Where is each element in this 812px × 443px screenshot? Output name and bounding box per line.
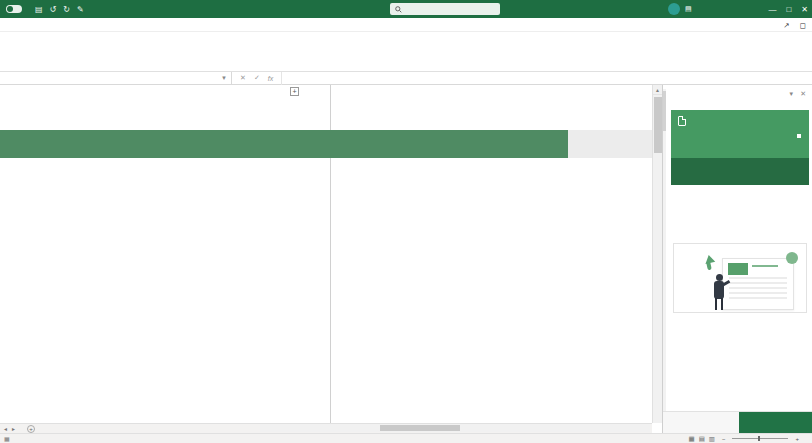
comments-button[interactable]: ◻ bbox=[800, 21, 806, 30]
ribbon-tab-row bbox=[0, 18, 812, 32]
horizontal-scroll-thumb[interactable] bbox=[380, 425, 460, 431]
comments-icon: ◻ bbox=[800, 21, 806, 30]
ribbon-tab-right: ↗ ◻ bbox=[783, 18, 806, 32]
worksheet[interactable]: + bbox=[0, 85, 652, 423]
panel-scrollbar[interactable] bbox=[663, 89, 666, 429]
zoom-slider-thumb[interactable] bbox=[758, 436, 760, 441]
accessibility-icon[interactable]: ▦ bbox=[4, 435, 10, 442]
outline-expand-button[interactable]: + bbox=[290, 87, 299, 96]
expense-grid bbox=[0, 176, 652, 423]
page-layout-view-icon[interactable]: ▤ bbox=[699, 435, 705, 443]
sheet-nav-arrows[interactable]: ◄► bbox=[0, 426, 22, 432]
new-sheet-button[interactable]: + bbox=[27, 425, 35, 433]
illustration-arrow-stem bbox=[706, 262, 712, 271]
panel-title-row: ▾ ✕ bbox=[672, 90, 806, 98]
illustration-circle bbox=[786, 252, 798, 264]
finish-input-button[interactable] bbox=[739, 412, 812, 433]
illustration-person-head bbox=[716, 274, 723, 281]
autosave-switch-icon bbox=[6, 5, 22, 13]
document-icon bbox=[678, 116, 686, 126]
illustration-person-legs bbox=[715, 298, 723, 310]
quick-access-toolbar: ▤ ↺ ↻ ✎ bbox=[35, 5, 84, 14]
window-controls: — □ ✕ bbox=[768, 0, 808, 18]
panel-toolbar bbox=[671, 158, 809, 185]
formula-buttons: ✕ ✓ fx bbox=[232, 72, 282, 85]
confirm-entry-icon[interactable]: ✓ bbox=[254, 74, 260, 82]
status-bar: ▦ ▦ ▤ ▥ − + bbox=[0, 433, 812, 443]
excel-window: ▤ ↺ ↻ ✎ ▤ — □ ✕ ↗ ◻ ▼ bbox=[0, 0, 812, 443]
page-break-view-icon[interactable]: ▥ bbox=[709, 435, 715, 443]
share-button[interactable]: ↗ bbox=[783, 21, 789, 30]
share-icon: ↗ bbox=[783, 21, 789, 30]
formula-bar: ▼ ✕ ✓ fx bbox=[0, 72, 812, 85]
panel-title-icons: ▾ ✕ bbox=[790, 90, 806, 98]
illustration-green-line bbox=[752, 265, 778, 267]
name-box-caret-icon[interactable]: ▼ bbox=[221, 75, 227, 81]
vena-task-pane: ▾ ✕ bbox=[662, 85, 812, 433]
vertical-scrollbar[interactable]: ▲ bbox=[652, 85, 662, 423]
target-amount-kpi bbox=[420, 97, 490, 99]
illustration-green-rect bbox=[728, 263, 748, 275]
avatar[interactable] bbox=[668, 3, 680, 15]
zoom-slider[interactable] bbox=[732, 438, 788, 439]
maximize-button[interactable]: □ bbox=[786, 5, 791, 14]
undo-icon[interactable]: ↺ bbox=[50, 5, 57, 14]
name-box[interactable]: ▼ bbox=[0, 72, 232, 85]
panel-menu-icon[interactable]: ▾ bbox=[790, 90, 794, 98]
panel-footer bbox=[663, 411, 812, 433]
header-band-background bbox=[0, 130, 652, 158]
vena-logo bbox=[797, 128, 802, 140]
panel-scroll-thumb[interactable] bbox=[663, 91, 666, 131]
zoom-in-button[interactable]: + bbox=[795, 436, 799, 442]
task-card bbox=[671, 110, 809, 158]
horizontal-scrollbar[interactable] bbox=[260, 424, 650, 432]
panel-close-icon[interactable]: ✕ bbox=[800, 90, 806, 98]
account-area: ▤ bbox=[663, 0, 692, 18]
cancel-entry-icon[interactable]: ✕ bbox=[240, 74, 246, 82]
zoom-out-button[interactable]: − bbox=[722, 436, 726, 442]
minimize-button[interactable]: — bbox=[768, 5, 776, 14]
save-icon[interactable]: ▤ bbox=[35, 5, 43, 14]
ribbon-display-options-icon[interactable]: ▤ bbox=[685, 5, 692, 13]
pen-icon[interactable]: ✎ bbox=[77, 5, 84, 14]
autosave-toggle[interactable] bbox=[6, 5, 25, 13]
column-header-band bbox=[0, 130, 568, 158]
view-shortcuts: ▦ ▤ ▥ bbox=[689, 435, 715, 443]
scroll-up-icon[interactable]: ▲ bbox=[653, 85, 662, 95]
normal-view-icon[interactable]: ▦ bbox=[689, 435, 695, 443]
insert-function-icon[interactable]: fx bbox=[268, 75, 273, 82]
remaining-spend-kpi bbox=[505, 94, 585, 96]
close-button[interactable]: ✕ bbox=[801, 5, 808, 14]
ribbon bbox=[0, 32, 812, 72]
search-icon bbox=[395, 6, 402, 13]
vertical-scroll-thumb[interactable] bbox=[654, 97, 662, 153]
panel-illustration bbox=[673, 243, 807, 313]
title-bar: ▤ ↺ ↻ ✎ ▤ — □ ✕ bbox=[0, 0, 812, 18]
redo-icon[interactable]: ↻ bbox=[63, 5, 70, 14]
status-bar-right: ▦ ▤ ▥ − + bbox=[682, 435, 807, 443]
resume-later-button[interactable] bbox=[663, 412, 739, 433]
search-box[interactable] bbox=[390, 3, 500, 15]
